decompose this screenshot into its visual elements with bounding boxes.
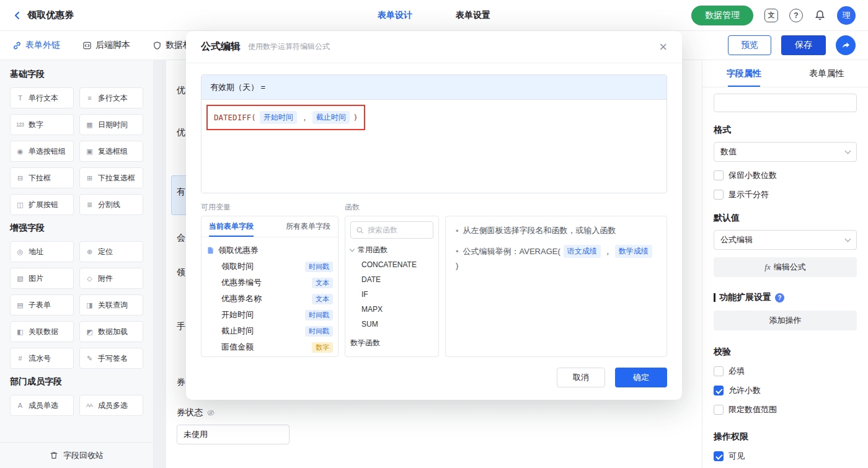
cancel-button[interactable]: 取消 <box>557 368 605 387</box>
bell-icon[interactable] <box>814 9 826 21</box>
field-type-related-data[interactable]: ◧关联数据 <box>10 321 74 342</box>
field-type-divider[interactable]: ≣分割线 <box>79 194 143 215</box>
back-button[interactable]: 领取优惠券 <box>12 9 74 21</box>
tab-field-properties[interactable]: 字段属性 <box>727 60 761 87</box>
checkbox[interactable] <box>714 405 724 415</box>
field-type-data-load[interactable]: ◩数据加载 <box>79 321 143 342</box>
checkbox-checked[interactable] <box>714 386 724 395</box>
function-group-text[interactable]: 文本函数 <box>350 354 433 357</box>
coupon-status-input[interactable]: 未使用 <box>177 425 290 444</box>
field-type-dropdown[interactable]: ⊟下拉框 <box>10 167 74 188</box>
field-type-radio-group[interactable]: ◉单选按钮组 <box>10 141 74 162</box>
clipped-field-label: 优 <box>177 127 185 138</box>
tab-all-form-fields[interactable]: 所有表单字段 <box>286 221 330 237</box>
function-search[interactable] <box>350 221 433 239</box>
function-item[interactable]: SUM <box>350 317 433 332</box>
variable-item[interactable]: 领取时间时间戳 <box>206 258 333 275</box>
variable-item[interactable]: 优惠券编号文本 <box>206 275 333 291</box>
field-type-address[interactable]: ◎地址 <box>10 241 74 262</box>
help-icon[interactable]: ? <box>789 9 803 22</box>
function-group-math[interactable]: 数学函数 <box>350 335 433 350</box>
header-actions: 数据管理 文 ? 理 <box>691 6 856 25</box>
toolbar-item-label: 后端脚本 <box>95 40 130 51</box>
field-type-subform[interactable]: ▤子表单 <box>10 294 74 316</box>
extension-settings-label: 功能扩展设置 <box>719 292 771 303</box>
function-search-input[interactable] <box>368 226 423 234</box>
field-type-single-line-text[interactable]: T单行文本 <box>10 87 74 108</box>
field-title-input[interactable] <box>714 94 857 112</box>
preview-button[interactable]: 预览 <box>728 35 771 55</box>
function-group-common[interactable]: 常用函数 <box>350 242 433 257</box>
formula-input-area[interactable]: DATEDIFF( 开始时间 ， 截止时间 ) <box>202 100 666 193</box>
field-type-image[interactable]: ▧图片 <box>10 268 74 289</box>
share-button[interactable] <box>836 35 856 55</box>
formula-variable-chip[interactable]: 开始时间 <box>260 111 297 124</box>
format-select[interactable]: 数值 <box>714 142 857 162</box>
variable-type-tag: 时间戳 <box>305 310 333 320</box>
tab-form-properties[interactable]: 表单属性 <box>809 60 844 87</box>
field-type-related-query[interactable]: ◨关联查询 <box>79 294 143 316</box>
example-variable-chip: 数学成绩 <box>615 245 652 258</box>
location-icon: ⊕ <box>84 248 94 256</box>
variable-item[interactable]: 截止时间时间戳 <box>206 323 333 339</box>
variable-type-tag: 时间戳 <box>305 326 333 337</box>
save-button[interactable]: 保存 <box>781 35 826 55</box>
field-type-multi-dropdown[interactable]: ⊞下拉复选框 <box>79 167 143 188</box>
field-type-member-multi[interactable]: AA成员多选 <box>79 395 143 416</box>
field-type-number[interactable]: 123数字 <box>10 114 74 135</box>
formula-variable-chip[interactable]: 截止时间 <box>312 111 350 124</box>
translate-icon[interactable]: 文 <box>764 9 778 22</box>
default-value-select[interactable]: 公式编辑 <box>714 230 857 250</box>
checkbox-checked[interactable] <box>714 451 724 461</box>
variable-item[interactable]: 开始时间时间戳 <box>206 307 333 323</box>
number-icon: 123 <box>15 121 25 128</box>
data-manage-button[interactable]: 数据管理 <box>691 6 753 25</box>
edit-formula-button[interactable]: fx 编辑公式 <box>714 257 857 277</box>
extend-button-icon: ◫ <box>15 201 25 209</box>
field-type-datetime[interactable]: ▦日期时间 <box>79 114 143 135</box>
example-close-paren: ) <box>456 261 458 270</box>
tab-current-form-fields[interactable]: 当前表单字段 <box>209 221 254 237</box>
toolbar-item-external-link[interactable]: 表单外链 <box>12 40 60 51</box>
toolbar-item-backend-script[interactable]: 后端脚本 <box>82 40 130 51</box>
add-action-button[interactable]: 添加操作 <box>714 311 857 330</box>
required-option[interactable]: 必填 <box>714 366 857 377</box>
signature-icon: ✎ <box>84 355 94 363</box>
function-item[interactable]: IF <box>350 287 433 302</box>
limit-range-option[interactable]: 限定数值范围 <box>714 404 857 415</box>
avatar[interactable]: 理 <box>837 6 856 25</box>
field-type-extend-button[interactable]: ◫扩展按钮 <box>10 194 74 215</box>
form-node[interactable]: 领取优惠券 <box>206 242 333 258</box>
format-select-value: 数值 <box>720 146 737 157</box>
extension-help-icon[interactable]: ? <box>775 293 784 302</box>
close-icon[interactable]: × <box>659 40 667 54</box>
field-type-multi-line-text[interactable]: ≡多行文本 <box>79 87 143 108</box>
tab-form-design[interactable]: 表单设计 <box>378 10 412 21</box>
checkbox[interactable] <box>714 170 724 180</box>
field-type-attachment[interactable]: ◇附件 <box>79 268 143 289</box>
checkbox[interactable] <box>714 190 724 200</box>
function-item[interactable]: MAPX <box>350 302 433 317</box>
tab-form-settings[interactable]: 表单设置 <box>456 10 490 21</box>
field-type-label: 子表单 <box>29 300 51 311</box>
function-item[interactable]: DATE <box>350 272 433 287</box>
confirm-button[interactable]: 确定 <box>615 368 667 387</box>
field-type-signature[interactable]: ✎手写签名 <box>79 348 143 369</box>
checkbox-label: 允许小数 <box>728 385 761 396</box>
coupon-status-field[interactable]: 券状态 未使用 <box>177 407 290 444</box>
function-item[interactable]: CONCATENATE <box>350 257 433 272</box>
thousand-separator-option[interactable]: 显示千分符 <box>714 189 857 200</box>
field-type-checkbox-group[interactable]: ▣复选框组 <box>79 141 143 162</box>
field-recycle-bin[interactable]: 字段回收站 <box>0 442 153 468</box>
visible-option[interactable]: 可见 <box>714 451 857 462</box>
field-type-location[interactable]: ⊕定位 <box>79 241 143 262</box>
field-type-serial-number[interactable]: #流水号 <box>10 348 74 369</box>
decimal-places-option[interactable]: 保留小数位数 <box>714 170 857 181</box>
variable-item[interactable]: 优惠券名称文本 <box>206 291 333 307</box>
allow-decimal-option[interactable]: 允许小数 <box>714 385 857 396</box>
app-root: 领取优惠券 表单设计 表单设置 数据管理 文 ? 理 表单外链 后端脚本 数据权… <box>0 0 868 468</box>
variable-item[interactable]: 面值金额数字 <box>206 339 333 355</box>
enhanced-fields-grid: ◎地址 ⊕定位 ▧图片 ◇附件 ▤子表单 ◨关联查询 ◧关联数据 ◩数据加载 #… <box>10 241 143 369</box>
checkbox[interactable] <box>714 366 724 376</box>
field-type-member-single[interactable]: A成员单选 <box>10 395 74 416</box>
